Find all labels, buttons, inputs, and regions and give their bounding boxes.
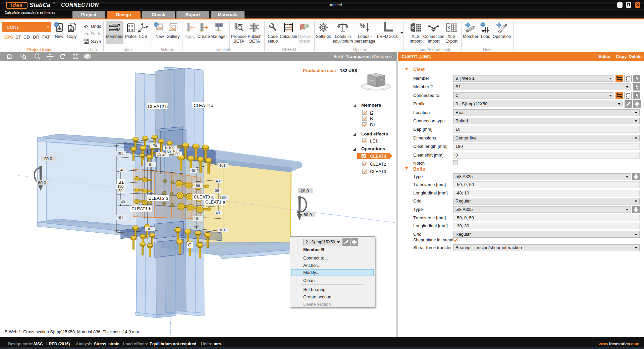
svg-text:101: 101 <box>117 215 123 220</box>
svg-text:40: 40 <box>216 179 220 183</box>
svg-text:40: 40 <box>216 211 220 215</box>
svg-text:CLEAT2 b: CLEAT2 b <box>148 104 168 109</box>
svg-text:CLEAT3 b: CLEAT3 b <box>148 196 168 201</box>
svg-text:60.0: 60.0 <box>38 181 46 185</box>
svg-text:-20.0: -20.0 <box>299 189 309 193</box>
svg-text:CLEAT1 a: CLEAT1 a <box>205 199 225 205</box>
svg-text:170: 170 <box>151 143 157 148</box>
svg-text:50: 50 <box>215 188 219 193</box>
svg-text:39: 39 <box>157 152 161 157</box>
svg-text:40: 40 <box>191 168 195 173</box>
svg-text:B1: B1 <box>118 180 124 185</box>
svg-text:-20.0: -20.0 <box>43 157 52 161</box>
svg-text:60.0: 60.0 <box>304 213 312 217</box>
svg-text:CLEAT2 a: CLEAT2 a <box>194 103 214 108</box>
svg-text:X: X <box>381 79 383 81</box>
svg-text:X: X <box>447 25 450 30</box>
svg-text:50: 50 <box>118 188 122 193</box>
svg-text:%: % <box>360 22 366 30</box>
svg-text:CLEAT1 b: CLEAT1 b <box>131 206 151 211</box>
svg-text:40: 40 <box>121 199 125 204</box>
svg-text:X: X <box>412 25 414 30</box>
svg-text:40: 40 <box>120 168 124 172</box>
svg-text:101: 101 <box>147 162 153 167</box>
svg-text:101: 101 <box>194 216 200 221</box>
svg-text:C: C <box>188 242 191 247</box>
svg-text:101: 101 <box>219 163 225 168</box>
svg-text:60: 60 <box>167 150 171 154</box>
svg-text:101: 101 <box>219 228 225 232</box>
svg-text:180: 180 <box>194 183 200 188</box>
svg-text:101: 101 <box>117 151 123 156</box>
svg-text:60: 60 <box>175 152 179 156</box>
svg-text:+Y: +Y <box>370 80 373 82</box>
svg-text:101: 101 <box>146 227 152 231</box>
